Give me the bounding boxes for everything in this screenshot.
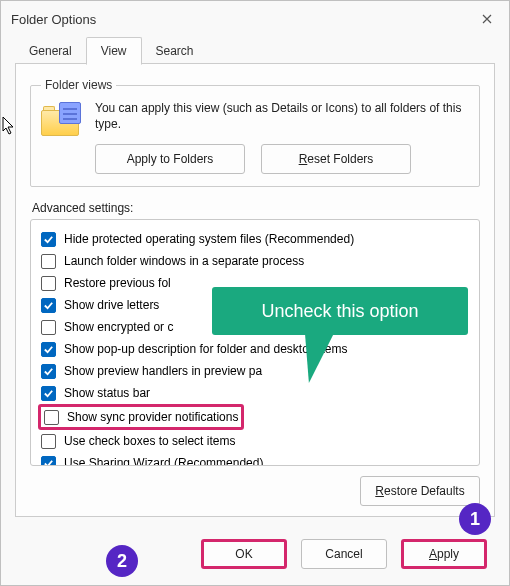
list-item-label: Restore previous fol [64,272,171,294]
dialog-buttons: OK Cancel Apply [1,529,509,585]
checkbox-icon[interactable] [41,320,56,335]
checkbox-icon[interactable] [41,232,56,247]
advanced-settings-label: Advanced settings: [32,201,480,215]
list-item-label: Show status bar [64,382,150,404]
window-title: Folder Options [11,12,475,27]
checkbox-icon[interactable] [41,386,56,401]
folder-icon [41,104,85,140]
list-item[interactable]: Launch folder windows in a separate proc… [41,250,465,272]
advanced-settings-list[interactable]: Hide protected operating system files (R… [30,219,480,466]
tab-page-view: Folder views You can apply this view (su… [15,64,495,517]
list-item[interactable]: Show preview handlers in preview pa [41,360,465,382]
checkbox-icon[interactable] [41,456,56,466]
list-item-label: Show pop-up description for folder and d… [64,338,348,360]
checkbox-icon[interactable] [41,364,56,379]
checkbox-icon[interactable] [41,254,56,269]
list-item[interactable]: Show sync provider notifications [44,407,238,427]
list-item[interactable]: Restore previous fol [41,272,465,294]
close-icon[interactable] [475,7,499,31]
tabstrip: General View Search [1,37,509,64]
folder-views-legend: Folder views [41,78,116,92]
checkbox-icon[interactable] [41,298,56,313]
cancel-button[interactable]: Cancel [301,539,387,569]
ok-button[interactable]: OK [201,539,287,569]
tab-search[interactable]: Search [142,38,208,64]
list-item-label: Show preview handlers in preview pa [64,360,262,382]
list-item[interactable]: Show drive letters [41,294,465,316]
restore-defaults-button[interactable]: Restore Defaults [360,476,480,506]
list-item[interactable]: Use check boxes to select items [41,430,465,452]
folder-options-dialog: Folder Options General View Search Folde… [0,0,510,586]
list-item-label: Show sync provider notifications [67,407,238,427]
list-item[interactable]: Show pop-up description for folder and d… [41,338,465,360]
list-item-label: Use Sharing Wizard (Recommended) [64,452,263,466]
reset-folders-button[interactable]: Reset Folders [261,144,411,174]
apply-button[interactable]: Apply [401,539,487,569]
list-item-label: Hide protected operating system files (R… [64,228,354,250]
list-item[interactable]: Use Sharing Wizard (Recommended) [41,452,465,466]
tab-general[interactable]: General [15,38,86,64]
titlebar: Folder Options [1,1,509,37]
apply-to-folders-button[interactable]: Apply to Folders [95,144,245,174]
folder-views-description: You can apply this view (such as Details… [95,100,469,132]
list-item[interactable]: Show status bar [41,382,465,404]
list-item[interactable]: Show encrypted or c [41,316,465,338]
folder-views-group: Folder views You can apply this view (su… [30,78,480,187]
highlighted-option: Show sync provider notifications [38,404,244,430]
list-item-label: Show drive letters [64,294,159,316]
checkbox-icon[interactable] [41,276,56,291]
list-item-label: Show encrypted or c [64,316,173,338]
list-item-label: Use check boxes to select items [64,430,235,452]
tab-view[interactable]: View [86,37,142,65]
checkbox-icon[interactable] [44,410,59,425]
checkbox-icon[interactable] [41,342,56,357]
list-item-label: Launch folder windows in a separate proc… [64,250,304,272]
checkbox-icon[interactable] [41,434,56,449]
list-item[interactable]: Hide protected operating system files (R… [41,228,465,250]
